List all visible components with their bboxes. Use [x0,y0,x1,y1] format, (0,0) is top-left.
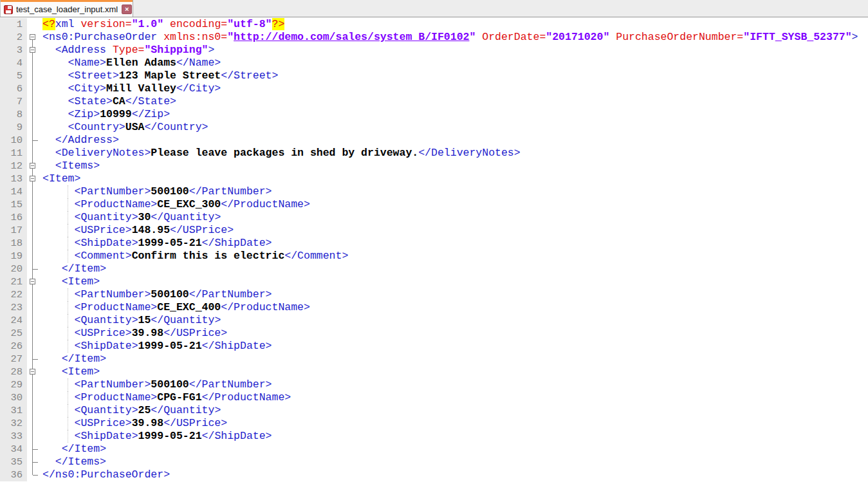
code-line[interactable]: 10 </Address> [0,134,868,147]
code-line[interactable]: 18 <ShipDate>1999-05-21</ShipDate> [0,237,868,250]
code-line[interactable]: 16 <Quantity>30</Quantity> [0,211,868,224]
code-line[interactable]: 5 <Street>123 Maple Street</Street> [0,70,868,82]
tab-test-case-loader-input-xml[interactable]: test_case_loader_input.xml × [0,0,133,17]
code-line[interactable]: 29 <PartNumber>500100</PartNumber> [0,378,868,391]
code-text[interactable]: <ProductName>CE_EXC_400</ProductName> [39,301,868,314]
line-number[interactable]: 26 [0,340,27,353]
code-line[interactable]: 25 <USPrice>39.98</USPrice> [0,327,868,340]
line-number[interactable]: 21 [0,275,27,288]
fold-collapse-icon[interactable] [30,163,35,169]
code-line[interactable]: 26 <ShipDate>1999-05-21</ShipDate> [0,340,868,353]
line-number[interactable]: 35 [0,456,27,468]
code-text[interactable]: <PartNumber>500100</PartNumber> [39,185,868,198]
code-text[interactable]: </Item> [39,263,868,275]
code-line[interactable]: 30 <ProductName>CPG-FG1</ProductName> [0,391,868,404]
line-number[interactable]: 15 [0,198,27,211]
code-line[interactable]: 24 <Quantity>15</Quantity> [0,314,868,327]
code-text[interactable]: <Items> [39,160,868,172]
line-number[interactable]: 27 [0,353,27,366]
code-line[interactable]: 35 </Items> [0,456,868,468]
line-number[interactable]: 16 [0,211,27,224]
code-text[interactable]: <Comment>Confirm this is electric</Comme… [39,250,868,263]
code-line[interactable]: 9 <Country>USA</Country> [0,121,868,134]
code-text[interactable]: <State>CA</State> [39,95,868,108]
code-text[interactable]: <ProductName>CPG-FG1</ProductName> [39,391,868,404]
code-text[interactable]: <Street>123 Maple Street</Street> [39,70,868,82]
code-line[interactable]: 11 <DeliveryNotes>Please leave packages … [0,147,868,160]
line-number[interactable]: 25 [0,327,27,340]
line-number[interactable]: 18 [0,237,27,250]
line-number[interactable]: 2 [0,31,27,44]
line-number[interactable]: 4 [0,57,27,70]
code-text[interactable]: <Item> [39,366,868,378]
code-text[interactable]: <Zip>10999</Zip> [39,108,868,121]
code-text[interactable]: <ShipDate>1999-05-21</ShipDate> [39,340,868,353]
fold-collapse-icon[interactable] [30,279,35,284]
code-line[interactable]: 27 </Item> [0,353,868,366]
line-number[interactable]: 22 [0,288,27,301]
code-line[interactable]: 33 <ShipDate>1999-05-21</ShipDate> [0,430,868,443]
code-text[interactable]: <ns0:PurchaseOrder xmlns:ns0="http://dem… [39,31,868,44]
line-number[interactable]: 14 [0,185,27,198]
code-text[interactable]: <City>Mill Valley</City> [39,82,868,95]
code-text[interactable]: <Quantity>25</Quantity> [39,404,868,417]
code-line[interactable]: 28 <Item> [0,366,868,378]
code-text[interactable]: <PartNumber>500100</PartNumber> [39,288,868,301]
code-line[interactable]: 7 <State>CA</State> [0,95,868,108]
line-number[interactable]: 1 [0,18,27,31]
code-text[interactable]: <DeliveryNotes>Please leave packages in … [39,147,868,160]
line-number[interactable]: 5 [0,70,27,82]
line-number[interactable]: 9 [0,121,27,134]
code-line[interactable]: 31 <Quantity>25</Quantity> [0,404,868,417]
code-text[interactable]: </Item> [39,353,868,366]
code-line[interactable]: 1<?xml version="1.0" encoding="utf-8"?> [0,18,868,31]
line-number[interactable]: 3 [0,44,27,57]
fold-collapse-icon[interactable] [30,369,35,375]
line-number[interactable]: 24 [0,314,27,327]
code-text[interactable]: <USPrice>39.98</USPrice> [39,417,868,430]
code-text[interactable]: <Country>USA</Country> [39,121,868,134]
line-number[interactable]: 13 [0,172,27,185]
code-line[interactable]: 19 <Comment>Confirm this is electric</Co… [0,250,868,263]
code-text[interactable]: <Quantity>30</Quantity> [39,211,868,224]
code-line[interactable]: 14 <PartNumber>500100</PartNumber> [0,185,868,198]
code-text[interactable]: <ShipDate>1999-05-21</ShipDate> [39,237,868,250]
code-text[interactable]: <ShipDate>1999-05-21</ShipDate> [39,430,868,443]
code-line[interactable]: 21 <Item> [0,275,868,288]
code-text[interactable]: <?xml version="1.0" encoding="utf-8"?> [39,18,868,31]
line-number[interactable]: 17 [0,224,27,237]
code-text[interactable]: <Item> [39,275,868,288]
fold-collapse-icon[interactable] [30,47,35,53]
line-number[interactable]: 23 [0,301,27,314]
line-number[interactable]: 28 [0,366,27,378]
line-number[interactable]: 33 [0,430,27,443]
code-text[interactable]: <Quantity>15</Quantity> [39,314,868,327]
code-text[interactable]: <Address Type="Shipping"> [39,44,868,57]
fold-collapse-icon[interactable] [30,34,35,40]
line-number[interactable]: 34 [0,443,27,456]
line-number[interactable]: 11 [0,147,27,160]
close-tab-icon[interactable]: × [122,5,132,14]
line-number[interactable]: 7 [0,95,27,108]
code-line[interactable]: 6 <City>Mill Valley</City> [0,82,868,95]
line-number[interactable]: 30 [0,391,27,404]
code-line[interactable]: 32 <USPrice>39.98</USPrice> [0,417,868,430]
code-line[interactable]: 15 <ProductName>CE_EXC_300</ProductName> [0,198,868,211]
line-number[interactable]: 12 [0,160,27,172]
code-text[interactable]: <Name>Ellen Adams</Name> [39,57,868,70]
code-line[interactable]: 22 <PartNumber>500100</PartNumber> [0,288,868,301]
code-text[interactable]: </Item> [39,443,868,456]
code-line[interactable]: 17 <USPrice>148.95</USPrice> [0,224,868,237]
code-line[interactable]: 2<ns0:PurchaseOrder xmlns:ns0="http://de… [0,31,868,44]
code-line[interactable]: 23 <ProductName>CE_EXC_400</ProductName> [0,301,868,314]
code-text[interactable]: </Items> [39,456,868,468]
line-number[interactable]: 6 [0,82,27,95]
code-text[interactable]: </ns0:PurchaseOrder> [39,468,868,481]
code-text[interactable]: <ProductName>CE_EXC_300</ProductName> [39,198,868,211]
code-text[interactable]: <USPrice>148.95</USPrice> [39,224,868,237]
code-line[interactable]: 13<Item> [0,172,868,185]
code-line[interactable]: 4 <Name>Ellen Adams</Name> [0,57,868,70]
code-line[interactable]: 34 </Item> [0,443,868,456]
code-text[interactable]: </Address> [39,134,868,147]
line-number[interactable]: 32 [0,417,27,430]
